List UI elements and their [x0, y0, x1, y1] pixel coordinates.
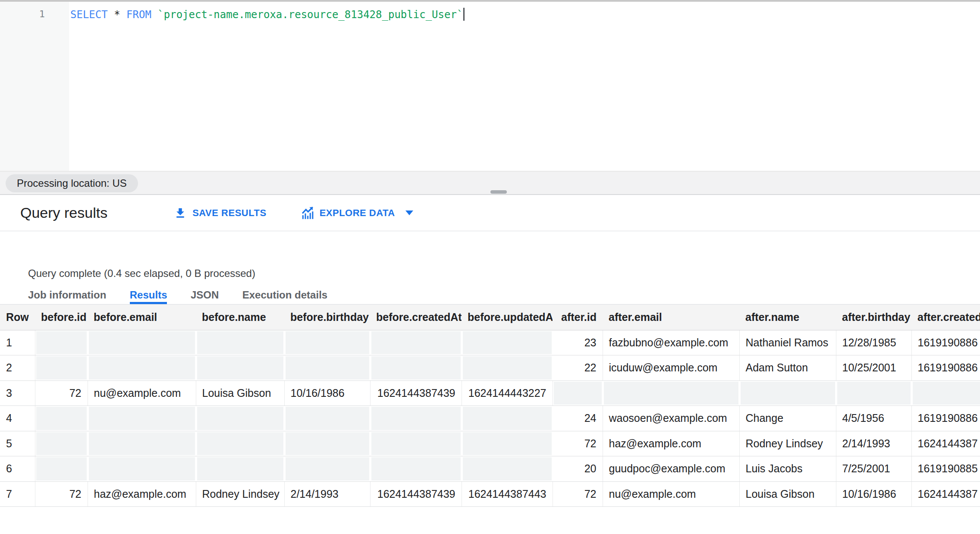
column-header: before.updatedAt [462, 305, 553, 330]
table-cell: 2/14/1993 [836, 431, 911, 456]
table-cell [284, 355, 370, 381]
page-title: Query results [20, 204, 107, 221]
results-tab-bar: Job information Results JSON Execution d… [0, 289, 980, 305]
text-cursor [463, 8, 465, 21]
table-cell: 23 [553, 330, 603, 355]
table-cell [370, 431, 462, 456]
results-table: Rowbefore.idbefore.emailbefore.namebefor… [0, 305, 980, 507]
tab-results[interactable]: Results [130, 289, 167, 304]
column-header: before.name [196, 305, 284, 330]
table-cell: 22 [553, 355, 603, 381]
line-number: 1 [0, 9, 45, 19]
table-cell: 72 [553, 481, 603, 507]
table-cell: Rodney Lindsey [739, 431, 836, 456]
table-cell: 7/25/2001 [836, 456, 911, 482]
table-cell: 1619190885 [911, 456, 980, 482]
column-header: after.id [553, 305, 603, 330]
table-cell: 1624144387443 [462, 481, 553, 507]
table-cell: Nathaniel Ramos [739, 330, 836, 355]
table-cell: nu@example.com [88, 380, 196, 406]
table-cell [284, 330, 370, 355]
table-cell [370, 330, 462, 355]
query-complete-status: Query complete (0.4 sec elapsed, 0 B pro… [0, 231, 980, 280]
table-cell [284, 406, 370, 431]
table-cell: icuduw@example.com [603, 355, 739, 381]
table-cell: 20 [553, 456, 603, 482]
explore-chart-icon [301, 207, 314, 220]
table-row: 424waosoen@example.comChange4/5/19561619… [0, 406, 980, 431]
table-cell: waosoen@example.com [603, 406, 739, 431]
tab-json[interactable]: JSON [191, 289, 219, 304]
table-row: 772haz@example.comRodney Lindsey2/14/199… [0, 481, 980, 507]
panel-resize-handle[interactable] [490, 190, 507, 194]
tab-execution-details[interactable]: Execution details [242, 289, 327, 304]
save-results-button[interactable]: SAVE RESULTS [174, 207, 266, 220]
table-cell: Adam Sutton [739, 355, 836, 381]
column-header: after.createdAt [911, 305, 980, 330]
explore-data-button[interactable]: EXPLORE DATA [301, 207, 413, 220]
table-cell [88, 355, 196, 381]
tab-job-information[interactable]: Job information [28, 289, 106, 304]
table-cell [284, 431, 370, 456]
table-cell [35, 330, 88, 355]
table-header-row: Rowbefore.idbefore.emailbefore.namebefor… [0, 305, 980, 330]
table-cell: Louisa Gibson [196, 380, 284, 406]
processing-location-chip: Processing location: US [6, 174, 138, 192]
sql-keyword-from: FROM [126, 9, 151, 21]
table-cell [35, 406, 88, 431]
table-cell: Luis Jacobs [739, 456, 836, 482]
table-cell: 72 [35, 481, 88, 507]
column-header: before.email [88, 305, 196, 330]
table-cell [196, 355, 284, 381]
table-cell: haz@example.com [88, 481, 196, 507]
table-cell: 10/25/2001 [836, 355, 911, 381]
table-cell: nu@example.com [603, 481, 739, 507]
sql-space [151, 9, 157, 21]
table-cell: 10/16/1986 [836, 481, 911, 507]
row-number-cell: 2 [0, 355, 35, 381]
table-cell [603, 380, 739, 406]
table-cell [553, 380, 603, 406]
table-row: 620guudpoc@example.comLuis Jacobs7/25/20… [0, 456, 980, 482]
table-row: 222icuduw@example.comAdam Sutton10/25/20… [0, 355, 980, 381]
table-cell: 4/5/1956 [836, 406, 911, 431]
table-cell [35, 431, 88, 456]
column-header: before.createdAt [370, 305, 462, 330]
sql-editor[interactable]: 1 SELECT * FROM `project-name.meroxa.res… [0, 0, 980, 172]
table-row: 572haz@example.comRodney Lindsey2/14/199… [0, 431, 980, 456]
column-header: Row [0, 305, 35, 330]
table-cell [88, 456, 196, 482]
table-cell: Louisa Gibson [739, 481, 836, 507]
table-cell [462, 431, 553, 456]
table-cell [196, 431, 284, 456]
table-cell [284, 456, 370, 482]
table-cell [836, 380, 911, 406]
table-cell: 2/14/1993 [284, 481, 370, 507]
table-cell [88, 406, 196, 431]
table-cell: Rodney Lindsey [196, 481, 284, 507]
column-header: before.birthday [284, 305, 370, 330]
table-cell [462, 406, 553, 431]
table-cell: 1619190886 [911, 406, 980, 431]
table-row: 372nu@example.comLouisa Gibson10/16/1986… [0, 380, 980, 406]
table-cell [462, 330, 553, 355]
row-number-cell: 6 [0, 456, 35, 482]
table-cell: 1624144387439 [370, 481, 462, 507]
editor-status-bar: Processing location: US [0, 172, 980, 195]
editor-gutter: 1 [0, 2, 69, 171]
table-cell [35, 355, 88, 381]
table-cell: 24 [553, 406, 603, 431]
column-header: after.email [603, 305, 739, 330]
table-cell [462, 355, 553, 381]
table-cell: 1619190886 [911, 355, 980, 381]
table-cell [370, 355, 462, 381]
table-cell: 10/16/1986 [284, 380, 370, 406]
table-cell [196, 406, 284, 431]
table-cell: guudpoc@example.com [603, 456, 739, 482]
table-cell [35, 456, 88, 482]
column-header: before.id [35, 305, 88, 330]
table-cell [739, 380, 836, 406]
sql-code-line[interactable]: SELECT * FROM `project-name.meroxa.resou… [70, 8, 465, 21]
table-cell: fazbubno@example.com [603, 330, 739, 355]
table-cell: haz@example.com [603, 431, 739, 456]
